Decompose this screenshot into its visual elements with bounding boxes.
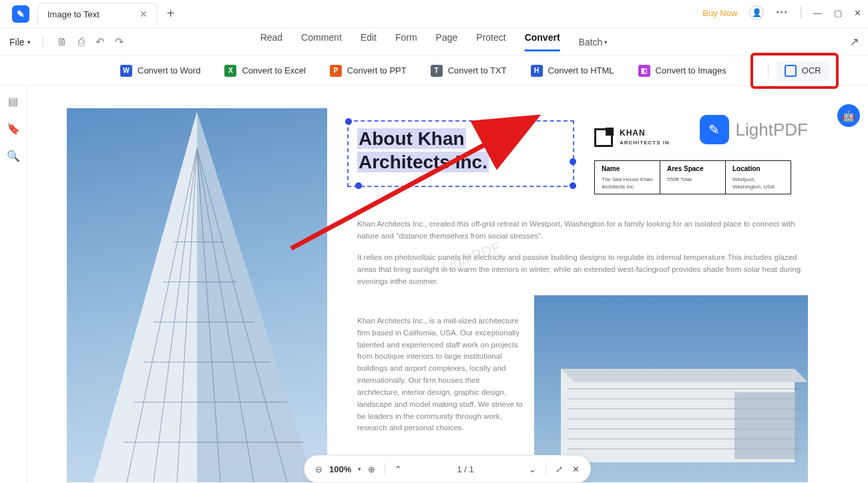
paragraph: It relies on photovoltaic panels for ele… bbox=[357, 252, 805, 287]
lightpdf-watermark: ✎ LightPDF bbox=[700, 115, 808, 144]
save-icon[interactable]: 🗎 bbox=[51, 36, 73, 48]
document-page: About KhanArchitects Inc. KHANARCHITECTS… bbox=[67, 108, 808, 482]
document-tab[interactable]: Image to Text ✕ bbox=[37, 3, 158, 25]
close-window-icon[interactable]: ✕ bbox=[854, 8, 861, 18]
convert-to-images-button[interactable]: ◧Convert to Images bbox=[638, 65, 726, 77]
bottom-toolbar: ⊖ 100% ▾ ⊕ ⌃ 1 / 1 ⌄ ⤢ ✕ bbox=[304, 455, 591, 483]
paragraph: Khan Architects Inc., is a mid-sized arc… bbox=[357, 315, 524, 434]
tab-batch[interactable]: Batch▾ bbox=[579, 32, 608, 51]
convert-to-html-button[interactable]: HConvert to HTML bbox=[531, 65, 614, 77]
menubar: File▾ 🗎 ⎙ ↶ ↷ Read Comment Edit Form Pag… bbox=[0, 28, 868, 56]
search-icon[interactable]: 🔍 bbox=[7, 150, 20, 162]
convert-to-word-button[interactable]: WConvert to Word bbox=[120, 65, 200, 77]
workspace: ▤ 🔖 🔍 bbox=[0, 86, 868, 483]
user-avatar-icon[interactable]: 👤 bbox=[749, 5, 764, 20]
tab-edit[interactable]: Edit bbox=[361, 32, 377, 51]
zoom-out-icon[interactable]: ⊖ bbox=[315, 464, 322, 474]
excel-icon: X bbox=[224, 65, 236, 77]
info-table: NameThe Sea House Khan Architects Inc Ar… bbox=[594, 160, 791, 194]
app-logo-icon: ✎ bbox=[12, 5, 29, 23]
tab-convert[interactable]: Convert bbox=[525, 32, 560, 51]
file-menu[interactable]: File▾ bbox=[5, 34, 35, 50]
thumbnails-icon[interactable]: ▤ bbox=[8, 95, 18, 108]
doc-title: About KhanArchitects Inc. bbox=[357, 127, 489, 174]
ocr-button[interactable]: OCR bbox=[777, 61, 829, 81]
paragraph: Khan Architects Inc., created this off-g… bbox=[357, 218, 805, 243]
divider bbox=[768, 64, 769, 77]
convert-to-ppt-button[interactable]: PConvert to PPT bbox=[330, 65, 407, 77]
external-link-icon[interactable]: ↗ bbox=[850, 35, 859, 48]
redo-icon[interactable]: ↷ bbox=[110, 35, 129, 48]
ppt-icon: P bbox=[330, 65, 342, 77]
ocr-icon bbox=[785, 65, 797, 77]
sidebar: ▤ 🔖 🔍 bbox=[0, 86, 27, 483]
buy-now-link[interactable]: Buy Now bbox=[702, 8, 737, 18]
zoom-value[interactable]: 100% bbox=[329, 464, 351, 474]
divider bbox=[546, 463, 546, 475]
word-icon: W bbox=[120, 65, 132, 77]
add-tab-button[interactable]: + bbox=[167, 6, 175, 21]
close-tab-icon[interactable]: ✕ bbox=[140, 9, 148, 19]
minimize-icon[interactable]: — bbox=[813, 8, 822, 18]
ocr-highlight-box: OCR bbox=[750, 53, 839, 89]
tab-form[interactable]: Form bbox=[395, 32, 417, 51]
tab-title: Image to Text bbox=[47, 9, 99, 19]
selection-handle[interactable] bbox=[570, 158, 576, 165]
brand-mark-icon bbox=[594, 128, 613, 147]
convert-to-excel-button[interactable]: XConvert to Excel bbox=[224, 65, 305, 77]
building-image-left bbox=[67, 108, 327, 482]
selection-handle[interactable] bbox=[355, 182, 362, 189]
close-toolbar-icon[interactable]: ✕ bbox=[572, 464, 580, 474]
svg-marker-1 bbox=[197, 112, 314, 482]
fullscreen-icon[interactable]: ⤢ bbox=[556, 464, 563, 474]
chat-assistant-button[interactable]: 🤖 bbox=[837, 104, 860, 127]
page-indicator: 1 / 1 bbox=[411, 464, 519, 474]
tab-page[interactable]: Page bbox=[436, 32, 458, 51]
more-menu-icon[interactable]: ••• bbox=[776, 8, 789, 17]
titlebar: ✎ Image to Text ✕ + Buy Now 👤 ••• — ▢ ✕ bbox=[0, 0, 868, 28]
tab-read[interactable]: Read bbox=[260, 32, 282, 51]
bookmark-icon[interactable]: 🔖 bbox=[7, 122, 20, 135]
convert-to-txt-button[interactable]: TConvert to TXT bbox=[431, 65, 507, 77]
tab-protect[interactable]: Protect bbox=[476, 32, 505, 51]
divider bbox=[385, 463, 385, 475]
txt-icon: T bbox=[431, 65, 443, 77]
html-icon: H bbox=[531, 65, 543, 77]
maximize-icon[interactable]: ▢ bbox=[834, 8, 842, 18]
selection-handle[interactable] bbox=[570, 182, 576, 189]
print-icon[interactable]: ⎙ bbox=[73, 36, 90, 48]
divider bbox=[801, 7, 801, 19]
svg-marker-0 bbox=[93, 112, 197, 482]
svg-rect-23 bbox=[734, 392, 798, 459]
zoom-dropdown-icon[interactable]: ▾ bbox=[358, 466, 361, 472]
image-icon: ◧ bbox=[638, 65, 650, 77]
divider bbox=[43, 36, 43, 48]
prev-page-icon[interactable]: ⌃ bbox=[395, 464, 402, 474]
tab-comment[interactable]: Comment bbox=[301, 32, 342, 51]
brand-logo: KHANARCHITECTS IN bbox=[594, 128, 670, 147]
next-page-icon[interactable]: ⌄ bbox=[529, 464, 536, 474]
selection-handle[interactable] bbox=[345, 118, 352, 125]
convert-toolbar: WConvert to Word XConvert to Excel PConv… bbox=[0, 56, 868, 86]
svg-marker-15 bbox=[561, 369, 808, 382]
lightpdf-icon: ✎ bbox=[700, 115, 729, 144]
zoom-in-icon[interactable]: ⊕ bbox=[368, 464, 375, 474]
undo-icon[interactable]: ↶ bbox=[90, 35, 110, 48]
document-viewport[interactable]: About KhanArchitects Inc. KHANARCHITECTS… bbox=[27, 86, 868, 483]
building-image-right bbox=[534, 295, 808, 482]
main-tabs: Read Comment Edit Form Page Protect Conv… bbox=[260, 32, 608, 51]
